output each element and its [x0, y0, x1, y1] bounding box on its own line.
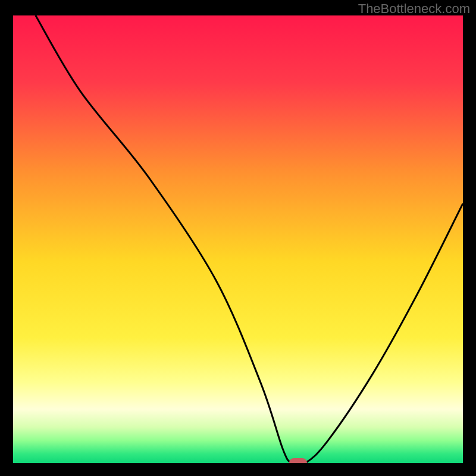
bottleneck-curve: [36, 15, 463, 463]
optimal-marker: [289, 458, 307, 464]
watermark-text: TheBottleneck.com: [358, 1, 470, 17]
plot-frame: [12, 14, 464, 464]
plot-area: [13, 15, 463, 463]
curve-layer: [13, 15, 463, 463]
